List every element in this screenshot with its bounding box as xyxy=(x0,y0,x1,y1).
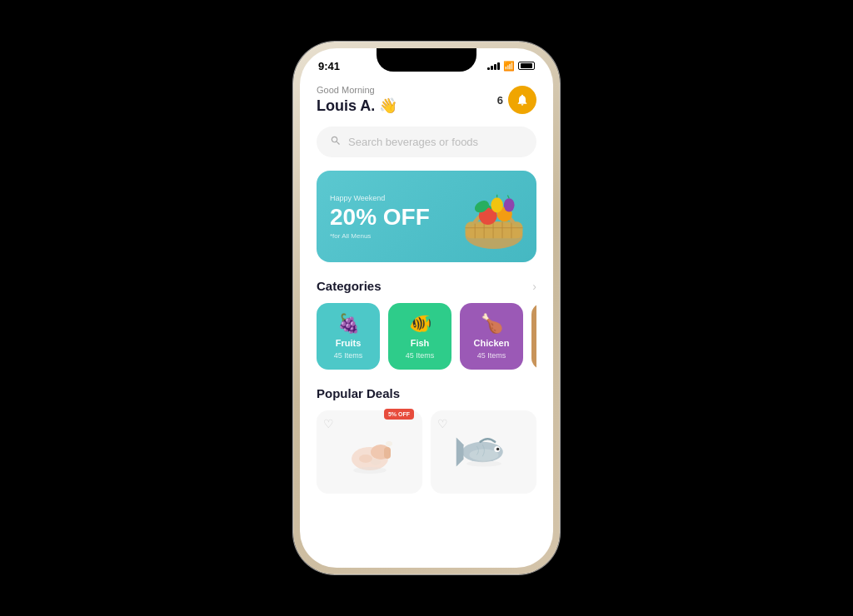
svg-point-28 xyxy=(496,448,499,451)
svg-line-16 xyxy=(507,196,509,199)
category-fruits[interactable]: 🍇 Fruits 45 Items xyxy=(317,303,380,370)
status-time: 9:41 xyxy=(318,60,340,72)
notification-button[interactable]: 6 xyxy=(497,86,536,114)
svg-point-12 xyxy=(491,197,503,212)
user-name: Louis A. 👋 xyxy=(317,97,397,115)
deal-card-chicken[interactable]: ♡ 5% OFF xyxy=(317,410,422,494)
svg-point-21 xyxy=(371,459,381,465)
search-bar[interactable]: Search beverages or foods xyxy=(317,127,536,157)
category-fish[interactable]: 🐠 Fish 45 Items xyxy=(388,303,451,370)
phone-notch xyxy=(377,48,476,72)
fruits-icon: 🍇 xyxy=(337,313,360,335)
phone-frame: 9:41 📶 Good Morning Louis xyxy=(293,42,560,574)
deal-chicken-badge: 5% OFF xyxy=(384,409,414,420)
category-extra[interactable] xyxy=(531,303,536,370)
popular-deals-header: Popular Deals xyxy=(317,386,536,400)
svg-point-22 xyxy=(386,441,392,446)
categories-row: 🍇 Fruits 45 Items 🐠 Fish 45 Items 🍗 Chic… xyxy=(317,303,536,370)
svg-rect-1 xyxy=(465,221,522,238)
notification-count: 6 xyxy=(497,94,503,107)
deal-chicken-heart[interactable]: ♡ xyxy=(323,417,334,430)
greeting-text: Good Morning xyxy=(317,85,397,95)
chicken-count: 45 Items xyxy=(477,351,506,360)
promo-banner[interactable]: Happy Weekend 20% OFF *for All Menus xyxy=(317,171,536,262)
svg-marker-25 xyxy=(456,438,463,467)
deal-card-fish[interactable]: ♡ xyxy=(431,410,536,494)
status-icons: 📶 xyxy=(487,61,535,72)
deal-fish-image xyxy=(455,427,513,477)
svg-point-15 xyxy=(504,198,515,211)
deal-chicken-image xyxy=(341,427,399,477)
fruits-count: 45 Items xyxy=(334,351,363,360)
categories-header: Categories › xyxy=(317,279,536,293)
fruits-name: Fruits xyxy=(336,338,362,348)
deal-fish-heart[interactable]: ♡ xyxy=(437,417,448,430)
bell-icon[interactable] xyxy=(508,86,536,114)
banner-image xyxy=(448,175,536,258)
chicken-name: Chicken xyxy=(474,338,510,348)
svg-point-23 xyxy=(353,467,387,474)
search-icon xyxy=(330,135,342,149)
app-header: Good Morning Louis A. 👋 6 xyxy=(317,85,536,115)
svg-rect-19 xyxy=(384,447,391,459)
phone-screen: 9:41 📶 Good Morning Louis xyxy=(300,48,553,568)
greeting-block: Good Morning Louis A. 👋 xyxy=(317,85,397,115)
svg-point-29 xyxy=(466,461,501,467)
categories-title: Categories xyxy=(317,279,382,293)
fish-icon: 🐠 xyxy=(409,313,431,335)
category-chicken[interactable]: 🍗 Chicken 45 Items xyxy=(460,303,523,370)
fish-name: Fish xyxy=(411,338,430,348)
deals-row: ♡ 5% OFF xyxy=(317,410,536,510)
signal-icon xyxy=(487,62,500,70)
fish-count: 45 Items xyxy=(406,351,435,360)
categories-arrow[interactable]: › xyxy=(532,280,536,293)
battery-icon xyxy=(518,62,535,70)
chicken-icon: 🍗 xyxy=(481,313,503,335)
screen-content: Good Morning Louis A. 👋 6 xyxy=(300,78,553,568)
svg-point-20 xyxy=(359,455,372,463)
wifi-icon: 📶 xyxy=(503,61,515,72)
search-placeholder: Search beverages or foods xyxy=(348,136,478,148)
popular-deals-title: Popular Deals xyxy=(317,386,400,400)
